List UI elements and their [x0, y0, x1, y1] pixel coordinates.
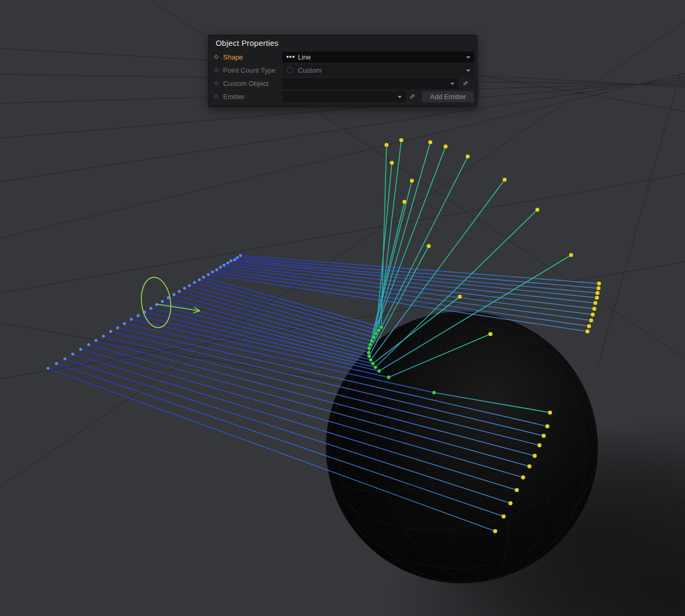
shape-label: Shape — [223, 52, 243, 63]
param-diamond-icon[interactable] — [214, 55, 218, 59]
collision-dot — [368, 347, 371, 350]
collision-dot — [371, 362, 375, 366]
particle-start-dot — [71, 353, 74, 356]
particle-start-dot — [219, 266, 222, 269]
particle-start-dot — [239, 254, 242, 257]
param-diamond-icon[interactable] — [214, 94, 218, 99]
collision-dot — [387, 376, 391, 379]
line-shape-icon: ▪▪▪ — [286, 52, 295, 62]
point-count-type-dropdown[interactable]: Custom — [282, 65, 474, 76]
particle-head-dot — [593, 301, 597, 305]
emitter-field[interactable] — [282, 91, 406, 102]
particle-head-dot — [521, 475, 525, 480]
particle-head-dot — [402, 200, 407, 204]
custom-points-icon — [287, 67, 293, 73]
chevron-down-icon[interactable] — [450, 83, 455, 85]
collision-dot — [367, 351, 371, 355]
particle-head-dot — [595, 291, 600, 295]
particle-start-dot — [188, 284, 191, 287]
custom-object-field[interactable] — [282, 78, 458, 89]
collision-dot — [368, 355, 371, 358]
chevron-down-icon[interactable] — [466, 56, 470, 58]
shape-value: Line — [298, 52, 311, 63]
particle-start-dot — [207, 273, 210, 276]
particle-head-dot — [591, 312, 595, 317]
shape-dropdown[interactable]: ▪▪▪ Line — [282, 52, 474, 63]
particle-start-dot — [102, 335, 105, 338]
particle-head-dot — [508, 501, 513, 505]
pencil-icon[interactable]: ✎ — [462, 78, 468, 89]
emitter-row: Emitter ✎ Add Emitter — [209, 91, 477, 102]
particle-start-dot — [137, 314, 140, 317]
collision-dot — [370, 339, 374, 343]
particle-start-dot — [178, 290, 181, 293]
particle-start-dot — [79, 348, 82, 351]
particle-head-dot — [535, 208, 539, 212]
particle-start-dot — [223, 263, 226, 267]
particle-head-dot — [458, 295, 462, 299]
particle-head-dot — [515, 488, 519, 492]
collision-dot — [372, 336, 376, 339]
particle-start-dot — [46, 367, 50, 370]
panel-title: Object Properties — [216, 38, 278, 47]
point-count-type-label: Point Count Type — [223, 65, 276, 76]
collision-dot — [369, 358, 373, 362]
collision-dot — [374, 332, 378, 336]
particle-head-dot — [488, 332, 493, 336]
pencil-icon[interactable]: ✎ — [409, 91, 415, 102]
particle-start-dot — [94, 339, 98, 342]
particle-start-dot — [211, 270, 214, 273]
particle-head-dot — [399, 138, 403, 142]
particle-start-dot — [183, 287, 186, 290]
particle-head-dot — [428, 140, 432, 144]
chevron-down-icon[interactable] — [466, 70, 470, 72]
collision-dot — [377, 329, 381, 333]
particle-start-dot — [198, 278, 201, 281]
particle-start-dot — [172, 293, 176, 296]
point-count-type-row: Point Count Type Custom — [209, 65, 477, 76]
particle-head-dot — [542, 434, 546, 438]
param-diamond-icon[interactable] — [214, 81, 218, 85]
particle-start-dot — [229, 259, 233, 262]
particle-head-dot — [545, 424, 549, 428]
particle-head-dot — [592, 307, 596, 311]
particle-head-dot — [390, 161, 394, 165]
particle-head-dot — [548, 410, 552, 415]
particle-start-dot — [123, 322, 126, 325]
chevron-down-icon[interactable] — [398, 96, 402, 98]
collision-dot — [378, 369, 381, 373]
point-count-type-value: Custom — [298, 65, 322, 76]
particle-head-dot — [589, 318, 593, 322]
collision-dot — [374, 366, 378, 369]
emitter-label: Emitter — [223, 91, 245, 102]
particle-head-dot — [410, 179, 414, 183]
particle-head-dot — [503, 178, 507, 182]
custom-object-row: Custom Object ✎ — [209, 78, 477, 89]
add-emitter-button[interactable]: Add Emitter — [422, 91, 474, 102]
particle-head-dot — [533, 454, 537, 458]
collision-dot — [380, 326, 383, 329]
particle-start-dot — [87, 343, 90, 346]
particle-start-dot — [233, 258, 236, 261]
particle-head-dot — [443, 144, 448, 149]
particle-start-dot — [63, 357, 66, 360]
particle-start-dot — [109, 330, 112, 333]
particle-start-dot — [149, 307, 152, 310]
particle-head-dot — [527, 464, 532, 468]
particle-start-dot — [215, 268, 218, 271]
particle-head-dot — [537, 443, 542, 447]
particle-head-dot — [569, 253, 573, 257]
custom-object-label: Custom Object — [223, 78, 268, 89]
particle-head-dot — [595, 296, 599, 300]
viewport[interactable]: Object Properties Shape ▪▪▪ Line Point C… — [0, 0, 685, 616]
param-diamond-icon[interactable] — [214, 68, 218, 72]
particle-start-dot — [161, 300, 164, 303]
particle-start-dot — [193, 281, 196, 284]
particle-head-dot — [384, 143, 389, 147]
particle-start-dot — [55, 362, 58, 365]
particle-start-dot — [202, 276, 205, 279]
particle-start-dot — [116, 326, 119, 329]
particle-head-dot — [587, 324, 591, 328]
collision-dot — [369, 343, 372, 347]
shape-row: Shape ▪▪▪ Line — [209, 52, 477, 63]
